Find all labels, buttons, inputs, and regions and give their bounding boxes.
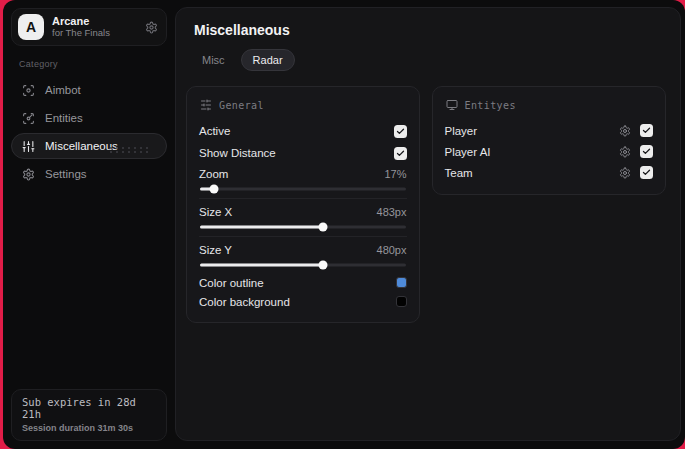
color-background-swatch[interactable] [396, 296, 407, 307]
panel-entities: Entityes Player Player AI [432, 86, 667, 195]
sub-expiry-text: Sub expires in 28d 21h [22, 396, 156, 420]
scan-icon [22, 112, 35, 125]
divider [199, 236, 407, 237]
slider-group-zoom: Zoom 17% [199, 164, 407, 194]
color-label: Color background [199, 296, 290, 308]
sidebar-item-settings[interactable]: Settings [11, 161, 167, 187]
entity-label: Team [445, 167, 473, 179]
crosshair-icon [22, 84, 35, 97]
sliders-vertical-icon [22, 140, 35, 153]
gear-icon [22, 168, 35, 181]
brand-text: Arcane for The Finals [52, 15, 137, 39]
slider-fill [200, 226, 323, 229]
brand-card: A Arcane for The Finals [11, 8, 167, 46]
entity-row-player-ai: Player AI [445, 141, 654, 162]
entity-row-team: Team [445, 162, 654, 183]
gear-icon[interactable] [145, 21, 158, 34]
slider-label: Size Y [199, 244, 232, 256]
entity-row-player: Player [445, 120, 654, 141]
panels-row: General Active Show Distance Z [186, 86, 666, 323]
sidebar-item-label: Entities [45, 112, 83, 124]
toggle-row-show-distance: Show Distance [199, 142, 407, 164]
check-icon [642, 147, 651, 156]
app-window: A Arcane for The Finals Category Aimbot [3, 0, 685, 449]
panel-title: Entityes [465, 100, 516, 111]
entity-label: Player [445, 125, 478, 137]
gear-icon[interactable] [619, 125, 631, 137]
gear-icon[interactable] [619, 146, 631, 158]
toggle-label: Active [199, 125, 230, 137]
main-content: Miscellaneous Misc Radar General Active [175, 7, 681, 441]
gear-icon[interactable] [619, 167, 631, 179]
check-icon [396, 149, 405, 158]
check-icon [642, 168, 651, 177]
panel-entities-header: Entityes [446, 99, 654, 111]
slider-thumb[interactable] [319, 223, 328, 232]
brand-title: Arcane [52, 15, 137, 28]
slider-group-size-y: Size Y 480px [199, 240, 407, 270]
sidebar-item-aimbot[interactable]: Aimbot [11, 77, 167, 103]
checkbox-player-ai[interactable] [640, 145, 653, 158]
checkbox-show-distance[interactable] [394, 147, 407, 160]
sidebar-item-label: Settings [45, 168, 87, 180]
slider-value: 483px [377, 206, 407, 218]
zoom-slider[interactable] [200, 184, 406, 194]
tab-bar: Misc Radar [190, 49, 666, 71]
checkbox-player[interactable] [640, 124, 653, 137]
size-y-slider[interactable] [200, 260, 406, 270]
sidebar-nav: Aimbot Entities Miscellaneous Settings [11, 77, 167, 187]
divider [199, 198, 407, 199]
brand-subtitle: for The Finals [52, 28, 137, 39]
sidebar: A Arcane for The Finals Category Aimbot [3, 0, 175, 449]
checkbox-team[interactable] [640, 166, 653, 179]
check-icon [642, 126, 651, 135]
slider-track [200, 188, 406, 191]
panel-general-header: General [200, 99, 407, 111]
toggle-row-active: Active [199, 120, 407, 142]
check-icon [396, 127, 405, 136]
app-logo: A [18, 14, 44, 40]
color-outline-swatch[interactable] [396, 277, 407, 288]
panel-title: General [219, 100, 264, 111]
sidebar-item-label: Miscellaneous [45, 140, 118, 152]
color-label: Color outline [199, 277, 264, 289]
tab-radar[interactable]: Radar [241, 49, 295, 71]
slider-label: Zoom [199, 168, 228, 180]
checkbox-active[interactable] [394, 125, 407, 138]
monitor-icon [446, 99, 458, 111]
category-label: Category [19, 59, 167, 69]
slider-value: 17% [384, 168, 406, 180]
slider-thumb[interactable] [210, 185, 219, 194]
toggle-label: Show Distance [199, 147, 276, 159]
session-duration-text: Session duration 31m 30s [22, 423, 156, 433]
page-title: Miscellaneous [194, 22, 666, 38]
slider-label: Size X [199, 206, 232, 218]
color-row-background: Color background [199, 292, 407, 311]
slider-value: 480px [377, 244, 407, 256]
slider-fill [200, 264, 323, 267]
sidebar-item-entities[interactable]: Entities [11, 105, 167, 131]
panel-general: General Active Show Distance Z [186, 86, 420, 323]
slider-thumb[interactable] [319, 261, 328, 270]
tab-misc[interactable]: Misc [190, 49, 237, 71]
sidebar-item-miscellaneous[interactable]: Miscellaneous [11, 133, 167, 159]
color-row-outline: Color outline [199, 273, 407, 292]
slider-group-size-x: Size X 483px [199, 202, 407, 232]
sliders-horizontal-icon [200, 99, 212, 111]
entity-label: Player AI [445, 146, 491, 158]
size-x-slider[interactable] [200, 222, 406, 232]
subscription-card: Sub expires in 28d 21h Session duration … [11, 389, 167, 441]
decorative-dots [108, 146, 152, 154]
sidebar-item-label: Aimbot [45, 84, 81, 96]
